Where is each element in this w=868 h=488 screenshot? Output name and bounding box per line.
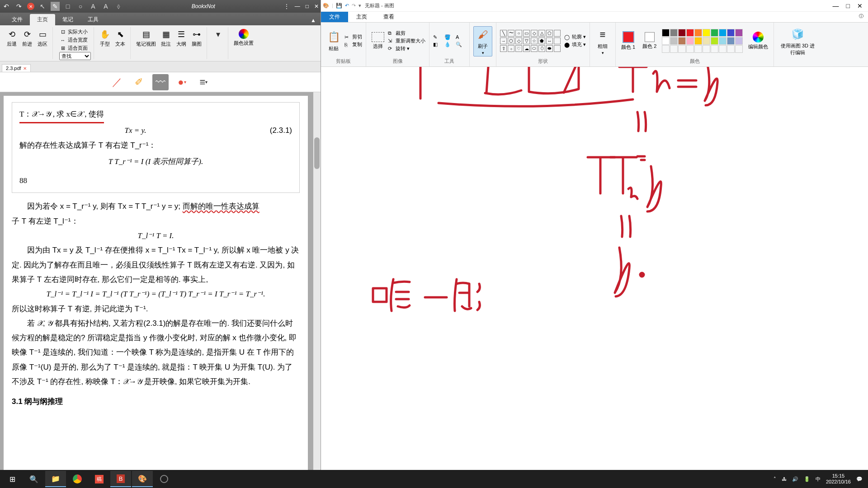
resize-button[interactable]: ⇲重新调整大小 [388,38,425,44]
color1-button[interactable]: 颜色 1 [619,30,637,52]
undo-icon[interactable] [2,2,11,11]
paint-taskbtn[interactable]: 🎨 [132,471,153,487]
close-button[interactable]: ✕ [857,2,863,9]
pencil-icon[interactable] [51,2,60,11]
paste-button[interactable]: 📋粘贴 [325,29,343,53]
color-palette[interactable] [662,29,743,53]
tab-home[interactable]: 主页 [348,12,375,22]
pdf-eq: T_l⁻¹ = T_l⁻¹ I = T_l⁻¹ (T T_r⁻¹) = (T_l… [12,287,300,301]
minimize-button[interactable]: — [295,3,300,9]
select-button[interactable]: 选择 [370,31,386,51]
insert-icon[interactable] [114,2,123,11]
undo-icon[interactable]: ↶ [345,3,349,9]
paint3d-button[interactable]: 🧊使用画图 3D 进行编辑 [778,26,817,57]
circle-icon[interactable] [76,2,85,11]
color2-button[interactable]: 颜色 2 [641,31,658,51]
tray-network-icon[interactable]: 🖧 [782,476,787,482]
mindmap-button[interactable]: ⊶脑图 [189,28,204,48]
menu-tools[interactable]: 工具 [80,14,106,25]
close-button[interactable]: ✕ [314,3,319,9]
hand-tool-button[interactable]: ✋手型 [98,28,112,48]
dropdown-button[interactable]: ▾ [211,28,225,41]
pdf-viewport[interactable]: T：𝒳→𝒴 , 求 x∈𝒳 , 使得 Tx = y. (2.3.1) 解的存在性… [0,92,321,477]
menu-home[interactable]: 主页 [30,14,55,25]
chrome-taskbtn[interactable] [67,471,88,487]
tray-ime-icon[interactable]: 中 [816,476,821,483]
tray-clock[interactable]: 15:15 2022/10/16 [826,473,851,485]
select-area-button[interactable]: ▭选区 [35,28,50,48]
page-number: 88 [19,174,292,188]
wave-tool-button[interactable]: 〰 [152,74,169,90]
help-icon[interactable]: ⓘ [854,12,868,22]
outline-button[interactable]: ☰大纲 [174,28,189,48]
bookxnote-taskbtn[interactable]: B [110,471,131,487]
app-red-taskbtn[interactable]: 稿 [89,471,109,487]
color-red-button[interactable]: ●▾ [174,74,190,90]
redo-icon[interactable] [14,2,24,11]
doc-tab[interactable]: 2.3.pdf ✕ [2,64,31,72]
anno-button[interactable]: ▦批注 [159,28,173,48]
edit-colors-button[interactable]: 编辑颜色 [746,31,770,51]
collapse-ribbon-icon[interactable]: ▲ [306,15,321,25]
tray-volume-icon[interactable]: 🔊 [792,476,798,482]
obs-taskbtn[interactable] [154,471,175,487]
start-button[interactable]: ⊞ [2,471,23,487]
tab-file[interactable]: 文件 [321,12,348,22]
tab-view[interactable]: 查看 [375,12,402,22]
tray-battery-icon[interactable]: 🔋 [804,476,810,482]
color-settings-button[interactable]: 颜色设置 [232,28,255,47]
brush-button[interactable]: 🖌刷子▾ [473,26,492,56]
forward-button[interactable]: ⟳前进 [20,28,34,48]
thickness-button[interactable]: ≡粗细▾ [594,27,612,56]
cancel-icon[interactable] [27,3,34,10]
text-tool-button[interactable]: ⬉文本 [113,28,127,48]
pencil-tool-icon[interactable]: ✎ [433,34,443,40]
menu-notes[interactable]: 笔记 [55,14,80,25]
redo-icon[interactable]: ↷ [352,3,356,9]
copy-button[interactable]: ⎘复制 [344,41,362,48]
shape-fill-button[interactable]: ⬤填充▾ [564,41,586,48]
tray-notifications-icon[interactable]: 💬 [856,476,863,482]
menu-bar: 文件 主页 笔记 工具 ▲ [0,13,321,25]
note-view-button[interactable]: ▤笔记视图 [134,28,158,48]
fit-page-button[interactable]: ⊞适合页面 [60,44,88,52]
rect-icon[interactable] [63,2,72,11]
find-select[interactable]: 查找 [59,52,91,60]
actual-size-button[interactable]: ⊡实际大小 [60,28,88,36]
text-a2-icon[interactable] [101,2,110,11]
shapes-gallery[interactable]: ╲〜○▭◇△⬠ →⬡◇▽☆⬟↔ ⇧⬨♡☁⬭⬯⬬ [500,30,561,52]
maximize-button[interactable]: □ [846,2,850,9]
text-a-icon[interactable] [89,2,98,11]
text-tool-icon[interactable]: A [456,34,466,40]
cut-button[interactable]: ✂剪切 [344,33,362,40]
close-tab-icon[interactable]: ✕ [23,66,27,71]
back-button[interactable]: ⟲后退 [5,28,19,48]
tray-chevron-icon[interactable]: ˄ [774,476,776,482]
thickness-button[interactable]: ≡▾ [196,74,212,90]
explorer-taskbtn[interactable]: 📁 [45,471,66,487]
paint-canvas[interactable] [321,67,868,470]
line-tool-button[interactable]: ／ [109,74,125,90]
save-icon[interactable]: 💾 [336,3,342,9]
shape-outline-button[interactable]: ◯轮廓▾ [564,33,586,40]
minimize-button[interactable]: — [833,2,839,9]
canvas-strokes [321,67,868,455]
rotate-button[interactable]: ⟳旋转▾ [388,45,425,52]
maximize-button[interactable]: □ [306,3,309,9]
pdf-text: 所以这时称算子 T 有逆, 并记此逆为 T⁻¹. [12,302,300,316]
qat-dropdown-icon[interactable]: ▾ [359,3,361,9]
fit-width-button[interactable]: ↔适合宽度 [60,36,88,44]
crop-button[interactable]: ⧉裁剪 [388,30,425,37]
zoom-tool-icon[interactable]: 🔍 [456,42,466,47]
menu-file[interactable]: 文件 [5,14,30,25]
vertical-scrollbar[interactable] [313,92,321,477]
pointer-icon[interactable] [38,2,47,11]
eraser-tool-icon[interactable]: ◧ [433,42,443,47]
picker-tool-icon[interactable]: 💧 [444,42,454,47]
highlight-tool-button[interactable]: ✐ [131,74,147,90]
more-icon[interactable]: ⋮ [284,3,289,9]
search-button[interactable]: 🔍 [24,471,44,487]
fill-tool-icon[interactable]: 🪣 [444,34,454,40]
pdf-text: 子 T 有左逆 T_l⁻¹： [12,214,300,229]
pdf-text: 因为若令 x = T_r⁻¹ y, 则有 Tx = T T_r⁻¹ y = y; [27,202,183,211]
